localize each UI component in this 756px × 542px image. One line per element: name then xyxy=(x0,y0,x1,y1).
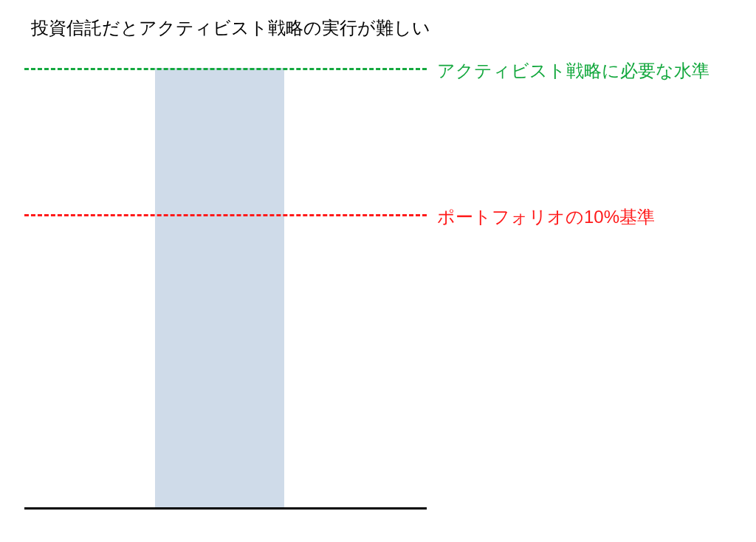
chart-title: 投資信託だとアクティビスト戦略の実行が難しい xyxy=(31,16,430,40)
label-activist-level: アクティビスト戦略に必要な水準 xyxy=(437,59,709,83)
label-portfolio-10pct: ポートフォリオの10%基準 xyxy=(437,205,655,229)
plot-area xyxy=(24,52,427,510)
reference-line-portfolio-10pct xyxy=(24,214,427,216)
x-axis xyxy=(24,507,427,510)
reference-line-activist xyxy=(24,68,427,70)
bar xyxy=(155,68,284,508)
chart-container: 投資信託だとアクティビスト戦略の実行が難しい アクティビスト戦略に必要な水準 ポ… xyxy=(0,0,756,542)
